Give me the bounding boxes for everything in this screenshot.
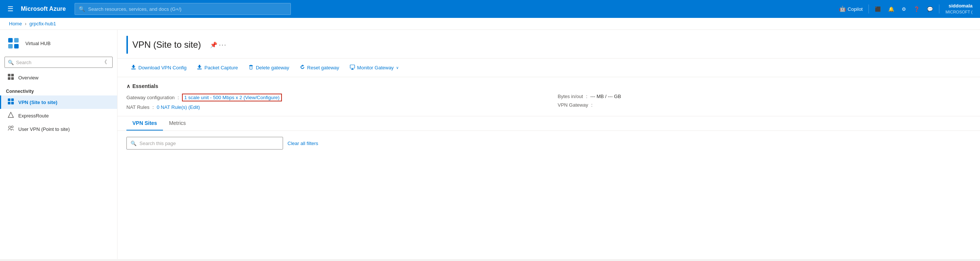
essentials-title: Essentials xyxy=(132,83,158,89)
virtual-hub-icon-box xyxy=(6,36,21,51)
user-account-button[interactable]: siddomala MICROSOFT ( xyxy=(942,2,975,16)
settings-button[interactable]: ⚙ xyxy=(899,5,909,13)
tab-vpn-sites[interactable]: VPN Sites xyxy=(126,116,163,130)
essentials-row-vpn-gateway: VPN Gateway : xyxy=(558,102,971,108)
essentials-row-bytes: Bytes in/out : --- MB / --- GB xyxy=(558,94,971,99)
packet-capture-label: Packet Capture xyxy=(204,65,238,70)
essentials-row-gateway-config: Gateway configuration : 1 scale unit - 5… xyxy=(126,94,540,102)
breadcrumb-separator-1: › xyxy=(25,21,27,27)
monitor-gateway-button[interactable]: Monitor Gateway ∨ xyxy=(345,62,403,73)
download-vpn-config-button[interactable]: Download VPN Config xyxy=(126,62,191,73)
svg-rect-17 xyxy=(250,66,252,69)
clear-all-filters-button[interactable]: Clear all filters xyxy=(288,140,318,146)
sidebar-search-box[interactable]: 🔍 《 xyxy=(5,57,113,68)
sidebar-item-overview[interactable]: Overview xyxy=(0,71,117,84)
sidebar-item-user-vpn[interactable]: User VPN (Point to site) xyxy=(0,122,117,136)
notifications-button[interactable]: 🔔 xyxy=(885,5,897,13)
search-bar-area: 🔍 Clear all filters xyxy=(118,131,980,156)
svg-rect-4 xyxy=(8,74,10,76)
vpn-gateway-label: VPN Gateway xyxy=(558,102,589,108)
feedback-icon: 💬 xyxy=(927,6,933,12)
org-label: MICROSOFT ( xyxy=(945,9,972,14)
essentials-row-nat-rules: NAT Rules : 0 NAT Rule(s) (Edit) xyxy=(126,104,540,110)
search-icon: 🔍 xyxy=(79,6,85,12)
packet-capture-icon xyxy=(197,65,202,71)
nat-rules-value[interactable]: 0 NAT Rule(s) (Edit) xyxy=(157,104,200,110)
screen-icon-button[interactable]: ⬛ xyxy=(872,5,884,13)
reset-gateway-button[interactable]: Reset gateway xyxy=(295,62,344,73)
essentials-left: Gateway configuration : 1 scale unit - 5… xyxy=(126,94,540,110)
svg-rect-6 xyxy=(8,77,10,80)
svg-rect-1 xyxy=(14,38,19,43)
sidebar-item-vpn-label: VPN (Site to site) xyxy=(18,100,57,105)
gateway-config-value[interactable]: 1 scale unit - 500 Mbps x 2 (View/Config… xyxy=(182,94,282,102)
monitor-gateway-icon xyxy=(350,65,355,71)
bytes-colon: : xyxy=(586,94,587,99)
sidebar-item-overview-label: Overview xyxy=(18,75,38,81)
essentials-toggle[interactable]: ∧ Essentials xyxy=(126,83,971,89)
global-search-input[interactable] xyxy=(88,6,287,12)
svg-rect-16 xyxy=(197,68,202,69)
vpn-gateway-colon: : xyxy=(591,102,593,108)
reset-gateway-icon xyxy=(300,65,305,71)
sidebar-item-expressroute[interactable]: ExpressRoute xyxy=(0,109,117,122)
global-search-box[interactable]: 🔍 xyxy=(75,3,291,15)
help-icon: ❓ xyxy=(914,6,920,12)
screen-icon: ⬛ xyxy=(875,6,881,12)
page-search-box[interactable]: 🔍 xyxy=(126,137,283,150)
breadcrumb-hub[interactable]: grpcfix-hub1 xyxy=(29,21,56,27)
sidebar-item-vpn[interactable]: VPN (Site to site) xyxy=(0,95,117,109)
top-navigation: ☰ Microsoft Azure 🔍 🤖 Copilot ⬛ 🔔 ⚙ ❓ 💬 … xyxy=(0,0,980,18)
svg-rect-8 xyxy=(8,99,10,101)
settings-icon: ⚙ xyxy=(902,6,906,12)
hamburger-menu-icon[interactable]: ☰ xyxy=(5,3,16,14)
reset-gateway-label: Reset gateway xyxy=(307,65,339,70)
user-vpn-icon xyxy=(7,125,14,133)
sidebar-search-icon: 🔍 xyxy=(8,60,14,65)
feedback-button[interactable]: 💬 xyxy=(924,5,936,13)
copilot-label: Copilot xyxy=(848,6,862,12)
download-vpn-config-label: Download VPN Config xyxy=(138,65,186,70)
svg-rect-3 xyxy=(14,44,19,48)
pin-icon[interactable]: 📌 xyxy=(210,41,217,48)
help-button[interactable]: ❓ xyxy=(911,5,923,13)
svg-rect-15 xyxy=(131,68,136,69)
nav-divider-2 xyxy=(939,5,939,13)
virtual-hub-icon xyxy=(8,37,19,49)
svg-marker-12 xyxy=(8,112,13,118)
expressroute-icon xyxy=(7,112,14,119)
more-options-icon[interactable]: ··· xyxy=(219,41,227,49)
tab-metrics[interactable]: Metrics xyxy=(163,116,192,130)
sidebar-search-input[interactable] xyxy=(16,60,97,65)
svg-point-14 xyxy=(11,126,13,128)
top-nav-right-area: 🤖 Copilot ⬛ 🔔 ⚙ ❓ 💬 siddomala MICROSOFT … xyxy=(836,2,975,16)
svg-rect-9 xyxy=(11,99,14,101)
vpn-icon xyxy=(7,99,14,106)
svg-rect-21 xyxy=(352,68,353,69)
nav-divider-1 xyxy=(869,5,869,13)
delete-gateway-button[interactable]: Delete gateway xyxy=(244,62,294,73)
main-layout: Virtual HUB 🔍 《 Overview Connectivity xyxy=(0,30,980,259)
essentials-right: Bytes in/out : --- MB / --- GB VPN Gatew… xyxy=(558,94,971,110)
sidebar-collapse-button[interactable]: 《 xyxy=(100,58,109,66)
page-header-actions: 📌 ··· xyxy=(210,41,227,49)
download-icon xyxy=(131,65,136,70)
username-label: siddomala xyxy=(945,3,972,9)
packet-capture-button[interactable]: Packet Capture xyxy=(192,62,242,73)
page-search-input[interactable] xyxy=(140,140,279,146)
overview-icon xyxy=(7,74,14,81)
copilot-icon: 🤖 xyxy=(839,6,846,12)
copilot-button[interactable]: 🤖 Copilot xyxy=(836,4,865,14)
svg-rect-2 xyxy=(8,44,13,48)
svg-rect-20 xyxy=(350,65,355,68)
user-info: siddomala MICROSOFT ( xyxy=(945,3,972,14)
breadcrumb-home[interactable]: Home xyxy=(9,21,22,27)
toolbar: Download VPN Config Packet Capture xyxy=(118,59,980,77)
trash-icon xyxy=(248,65,254,70)
monitor-gateway-label: Monitor Gateway xyxy=(357,65,394,70)
svg-rect-19 xyxy=(250,65,252,65)
sidebar-resource-label: Virtual HUB xyxy=(25,41,51,46)
svg-rect-7 xyxy=(11,77,14,80)
essentials-chevron-icon: ∧ xyxy=(126,83,130,89)
overview-grid-icon xyxy=(8,74,14,80)
